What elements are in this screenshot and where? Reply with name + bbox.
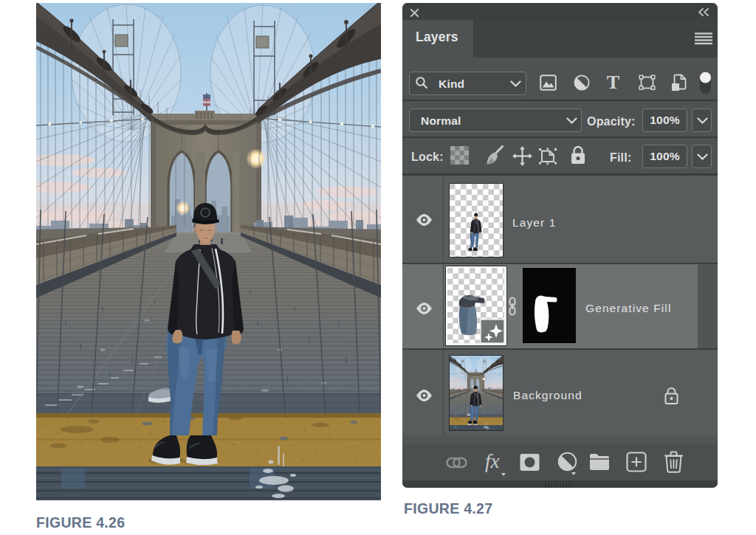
svg-text:fx: fx	[485, 450, 500, 472]
svg-text:T: T	[607, 74, 619, 91]
